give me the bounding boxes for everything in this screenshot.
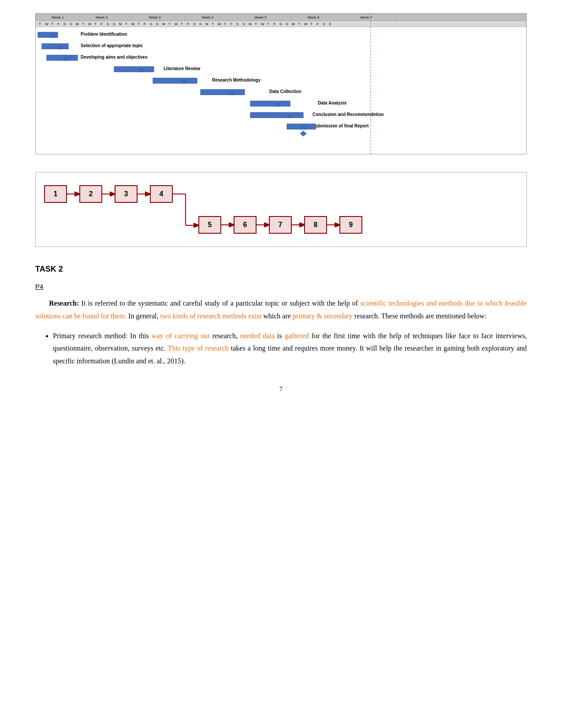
svg-text:T: T [125, 22, 127, 26]
svg-text:7: 7 [279, 221, 283, 228]
svg-text:6: 6 [243, 221, 247, 228]
svg-text:Week 5: Week 5 [255, 15, 267, 19]
svg-rect-82 [201, 90, 245, 95]
svg-rect-80 [182, 81, 186, 83]
svg-text:W: W [45, 22, 48, 26]
research-end-text: research. These methods are mentioned be… [354, 312, 487, 320]
svg-text:S: S [242, 22, 245, 26]
svg-text:2: 2 [89, 190, 93, 198]
primary-bold: Primary research method [53, 332, 126, 340]
svg-text:9: 9 [349, 221, 353, 228]
svg-text:T: T [39, 22, 41, 26]
svg-text:F: F [57, 22, 60, 26]
svg-text:W: W [304, 22, 308, 26]
svg-rect-83 [230, 92, 233, 95]
svg-text:Data Collection: Data Collection [269, 89, 301, 94]
svg-text:M: M [119, 22, 122, 26]
general-text: In general, [128, 312, 160, 320]
primary-orange-1: way of carrying out [152, 332, 210, 340]
svg-text:T: T [82, 22, 84, 26]
svg-text:M: M [76, 22, 79, 26]
page-number: 7 [35, 385, 527, 393]
primary-method-item: Primary research method: In this way of … [53, 330, 527, 368]
svg-text:Research Methodology: Research Methodology [212, 78, 261, 82]
svg-text:4: 4 [160, 190, 164, 198]
svg-text:W: W [88, 22, 92, 26]
svg-text:W: W [218, 22, 221, 26]
svg-rect-85 [250, 101, 290, 106]
gantt-chart: Week 1 Week 2 Week 3 Week 4 Week 5 Week … [35, 13, 527, 154]
svg-text:F: F [273, 22, 275, 26]
svg-rect-1 [36, 14, 527, 21]
research-paragraph: Research: It is referred to the systemat… [35, 297, 527, 323]
primary-mid: research, [210, 332, 240, 340]
svg-text:S: S [236, 22, 238, 26]
svg-text:T: T [310, 22, 313, 26]
svg-rect-76 [114, 67, 154, 72]
svg-text:Week 3: Week 3 [149, 15, 161, 19]
primary-secondary-text: primary & secondary [293, 312, 353, 320]
svg-text:T: T [181, 22, 183, 26]
svg-text:Literature Review: Literature Review [164, 66, 201, 71]
primary-is: is [275, 332, 285, 340]
svg-text:Problem Identification: Problem Identification [81, 32, 127, 37]
svg-rect-79 [153, 78, 197, 83]
svg-text:5: 5 [208, 221, 212, 228]
primary-orange-2: needed data [240, 332, 275, 340]
svg-text:Conclusion and Recommendetion: Conclusion and Recommendetion [313, 112, 384, 117]
svg-text:8: 8 [314, 221, 318, 228]
svg-text:M: M [162, 22, 165, 26]
svg-text:S: S [150, 22, 152, 26]
svg-text:S: S [193, 22, 195, 26]
svg-text:Week 2: Week 2 [96, 15, 108, 19]
svg-text:S: S [286, 22, 288, 26]
svg-text:Selection of appropriate topic: Selection of appropriate topic [81, 43, 143, 48]
svg-rect-74 [64, 58, 68, 60]
svg-text:S: S [323, 22, 325, 26]
primary-orange-4: This type of research [168, 344, 229, 352]
svg-text:1: 1 [54, 190, 58, 198]
orange-text-2: two kinds of research methods exist [160, 312, 261, 320]
svg-text:W: W [175, 22, 178, 26]
svg-text:M: M [205, 22, 208, 26]
research-bold-label: Research: [49, 299, 79, 307]
svg-rect-73 [47, 55, 78, 60]
svg-text:S: S [199, 22, 201, 26]
svg-text:S: S [279, 22, 282, 26]
svg-text:Developing aims and objectives: Developing aims and objectives [81, 55, 148, 60]
flowchart: 1 2 3 4 [35, 172, 527, 247]
svg-text:S: S [70, 22, 72, 26]
svg-text:F: F [230, 22, 232, 26]
svg-text:Data Analysis: Data Analysis [318, 101, 347, 105]
svg-text:M: M [249, 22, 252, 26]
svg-rect-77 [140, 69, 143, 72]
svg-text:M: M [292, 22, 295, 26]
svg-rect-71 [58, 46, 61, 49]
svg-text:T: T [168, 22, 171, 26]
svg-text:S: S [113, 22, 115, 26]
methods-list: Primary research method: In this way of … [53, 330, 527, 368]
svg-text:T: T [224, 22, 226, 26]
gantt-svg: Week 1 Week 2 Week 3 Week 4 Week 5 Week … [36, 14, 527, 154]
svg-text:T: T [51, 22, 53, 26]
svg-text:F: F [100, 22, 103, 26]
svg-rect-86 [276, 104, 279, 106]
svg-text:S: S [329, 22, 331, 26]
svg-rect-88 [250, 112, 303, 118]
svg-rect-67 [38, 32, 58, 37]
svg-text:Week 4: Week 4 [202, 15, 214, 19]
research-intro-text: It is referred to the systematic and car… [82, 299, 361, 307]
svg-rect-70 [42, 44, 68, 49]
svg-text:T: T [255, 22, 257, 26]
svg-text:Week 1: Week 1 [52, 15, 64, 19]
svg-text:Week 6: Week 6 [308, 15, 320, 19]
primary-colon: : In this [126, 332, 152, 340]
svg-text:F: F [187, 22, 189, 26]
svg-rect-92 [301, 127, 305, 129]
svg-text:3: 3 [124, 190, 128, 198]
svg-text:T: T [212, 22, 214, 26]
task2-section: TASK 2 P4 Research: It is referred to th… [35, 265, 527, 393]
which-are-text: which are [263, 312, 293, 320]
svg-text:F: F [316, 22, 319, 26]
svg-text:S: S [107, 22, 109, 26]
